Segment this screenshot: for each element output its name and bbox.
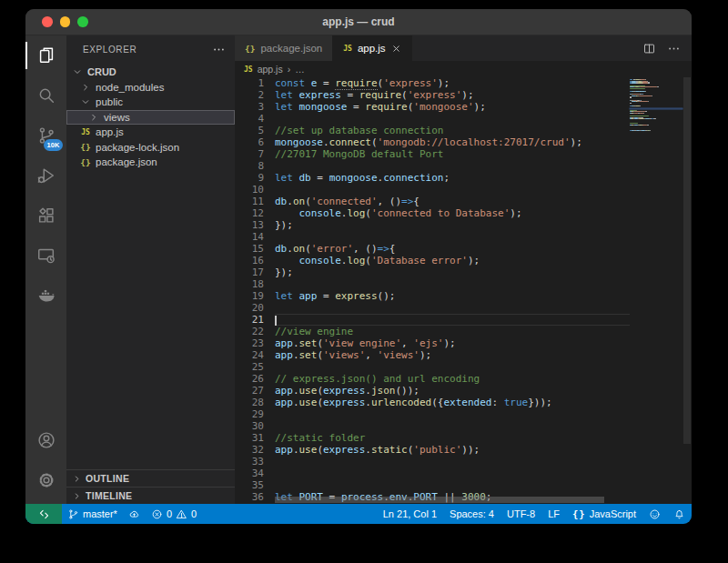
code-line-35[interactable]: 35: [235, 479, 630, 491]
code-line-23[interactable]: 23app.set('view engine', 'ejs');: [235, 337, 630, 349]
code-line-33[interactable]: 33: [235, 456, 630, 467]
code-line-34[interactable]: 34: [235, 467, 630, 479]
activity-extensions[interactable]: [25, 196, 66, 236]
code-line-16[interactable]: 16 console.log('Database error');: [235, 255, 630, 266]
code-line-30[interactable]: 30: [235, 420, 630, 432]
line-content: app.set('view engine', 'ejs');: [275, 337, 630, 349]
line-number: 9: [235, 172, 264, 184]
account-icon: [36, 430, 56, 450]
tree-item-public[interactable]: public: [66, 95, 235, 110]
window-controls: [42, 16, 88, 27]
tree-item-crud[interactable]: CRUD: [66, 65, 235, 80]
text-cursor: [275, 316, 277, 326]
code-editor[interactable]: 1const e = require('express');2let expre…: [235, 77, 692, 504]
horizontal-scrollbar[interactable]: [275, 496, 630, 504]
status-sync[interactable]: [123, 504, 146, 524]
activity-manage[interactable]: [25, 460, 66, 500]
code-line-19[interactable]: 19let app = express();: [235, 290, 630, 302]
tab-package-json[interactable]: {}package.json: [235, 35, 333, 61]
section-timeline[interactable]: TIMELINE: [66, 487, 235, 504]
line-content: [275, 361, 630, 373]
code-line-14[interactable]: 14: [235, 231, 630, 243]
line-content: db.on('connected', ()=>{: [275, 196, 630, 207]
status-git-branch[interactable]: master*: [62, 504, 123, 524]
code-line-6[interactable]: 6mongoose.connect('mongodb://localhost:2…: [235, 136, 630, 148]
code-line-10[interactable]: 10: [235, 184, 630, 196]
code-line-32[interactable]: 32app.use(express.static('public'));: [235, 444, 630, 456]
line-number: 22: [235, 326, 264, 337]
tab-label: package.json: [260, 43, 322, 54]
vertical-scrollbar[interactable]: [682, 77, 692, 504]
code-line-28[interactable]: 28app.use(express.urlencoded({extended: …: [235, 397, 630, 408]
code-line-17[interactable]: 17});: [235, 266, 630, 278]
views-and-more-actions-button[interactable]: [212, 43, 226, 56]
breadcrumb-file[interactable]: app.js: [258, 64, 283, 75]
zoom-window-button[interactable]: [77, 16, 88, 27]
minimize-window-button[interactable]: [60, 16, 71, 27]
code-line-7[interactable]: 7//27017 MongoDB default Port: [235, 148, 630, 160]
breadcrumb-rest[interactable]: …: [295, 64, 305, 75]
tree-item-views[interactable]: views: [66, 110, 235, 126]
line-content: });: [275, 219, 630, 231]
code-line-4[interactable]: 4: [235, 113, 630, 125]
activity-accounts[interactable]: [25, 420, 66, 460]
tree-item-node-modules[interactable]: node_modules: [66, 80, 235, 96]
code-line-5[interactable]: 5//set up database connection: [235, 125, 630, 136]
more-actions-icon[interactable]: [667, 42, 681, 55]
code-line-1[interactable]: 1const e = require('express');: [235, 77, 630, 89]
line-number: 32: [235, 444, 264, 456]
activity-source-control[interactable]: 10K: [25, 116, 66, 156]
code-line-27[interactable]: 27app.use(express.json());: [235, 385, 630, 397]
tree-item-package-json[interactable]: {}package.json: [66, 155, 235, 170]
activity-docker[interactable]: [25, 276, 66, 316]
code-line-18[interactable]: 18: [235, 278, 630, 290]
activity-explorer[interactable]: [25, 35, 66, 75]
code-line-12[interactable]: 12 console.log('connected to Database');: [235, 207, 630, 219]
code-line-21[interactable]: 21: [235, 314, 630, 326]
breadcrumb[interactable]: JS app.js › …: [235, 61, 692, 77]
close-tab-icon[interactable]: [391, 44, 401, 54]
status-language-mode[interactable]: {}JavaScript: [566, 504, 642, 524]
code-line-15[interactable]: 15db.on('error', ()=>{: [235, 243, 630, 255]
activity-search[interactable]: [25, 75, 66, 116]
section-outline[interactable]: OUTLINE: [66, 469, 235, 487]
minimap[interactable]: [630, 78, 682, 504]
status-cursor-position[interactable]: Ln 21, Col 1: [377, 504, 443, 524]
code-line-9[interactable]: 9let db = mongoose.connection;: [235, 172, 630, 184]
status-indentation[interactable]: Spaces: 4: [443, 504, 500, 524]
code-line-26[interactable]: 26// express.json() and url encoding: [235, 373, 630, 385]
braces-icon: {}: [572, 508, 586, 519]
status-label: UTF-8: [507, 508, 535, 519]
status-encoding[interactable]: UTF-8: [500, 504, 541, 524]
status-feedback[interactable]: [642, 504, 667, 524]
code-line-25[interactable]: 25: [235, 361, 630, 373]
code-line-20[interactable]: 20: [235, 302, 630, 314]
status-notifications[interactable]: [667, 504, 692, 524]
line-content: db.on('error', ()=>{: [275, 243, 630, 255]
code-line-2[interactable]: 2let express = require('express');: [235, 89, 630, 101]
tree-item-package-lock-json[interactable]: {}package-lock.json: [66, 140, 235, 156]
split-editor-icon[interactable]: [642, 42, 656, 55]
tree-item-app-js[interactable]: JSapp.js: [66, 125, 235, 140]
code-line-8[interactable]: 8: [235, 160, 630, 172]
code-line-13[interactable]: 13});: [235, 219, 630, 231]
activity-remote-explorer[interactable]: [25, 236, 66, 276]
close-window-button[interactable]: [42, 16, 53, 27]
activity-run-debug[interactable]: [25, 156, 66, 196]
remote-indicator[interactable]: [25, 504, 62, 524]
code-line-11[interactable]: 11db.on('connected', ()=>{: [235, 196, 630, 207]
status-problems[interactable]: 00: [146, 504, 202, 524]
code-line-24[interactable]: 24app.set('views', 'views');: [235, 349, 630, 361]
js-file-icon: JS: [244, 65, 253, 74]
code-line-22[interactable]: 22//view engine: [235, 326, 630, 337]
files-icon: [36, 45, 56, 65]
code-line-31[interactable]: 31//static folder: [235, 432, 630, 444]
status-eol[interactable]: LF: [541, 504, 566, 524]
tab-app-js[interactable]: JSapp.js: [333, 35, 411, 61]
line-number: 6: [235, 136, 264, 148]
code-line-3[interactable]: 3let mongoose = require('mongoose');: [235, 101, 630, 113]
code-line-29[interactable]: 29: [235, 408, 630, 420]
status-label: master*: [83, 508, 117, 519]
line-content: [275, 408, 630, 420]
status-label: JavaScript: [590, 508, 636, 519]
